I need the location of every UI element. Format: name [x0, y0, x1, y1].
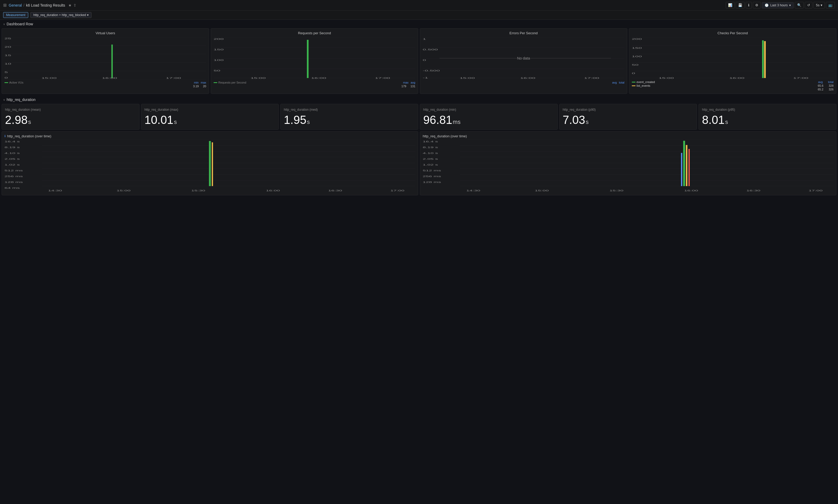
cps-svg: 200 150 100 50 0 15:00 16:00 17:00 — [632, 37, 834, 79]
stat-panel-p95: http_req_duration (p95) 8.01s — [698, 104, 836, 130]
svg-text:16:00: 16:00 — [729, 77, 745, 79]
stat-panel-p90: http_req_duration (p90) 7.03s — [559, 104, 697, 130]
svg-text:16:00: 16:00 — [311, 77, 326, 79]
bottom-left-header: ℹ http_req_duration (over time) — [4, 134, 415, 138]
refresh-dropdown-icon: ▾ — [821, 3, 822, 7]
event-created-total: 328 — [829, 84, 834, 87]
time-picker[interactable]: 🕐 Last 3 hours ▾ — [762, 2, 794, 8]
cps-total-col: total — [828, 80, 834, 84]
cps-avg-col: avg — [818, 80, 823, 84]
svg-text:128 ms: 128 ms — [4, 181, 23, 183]
time-dropdown-icon: ▾ — [789, 3, 791, 7]
measurement-value: http_req_duration + http_req_blocked — [33, 13, 86, 17]
measurement-selector[interactable]: http_req_duration + http_req_blocked ▾ — [30, 12, 91, 18]
rps-chart: 200 150 100 50 15:00 16:00 17:00 — [214, 37, 415, 79]
svg-text:1.02 s: 1.02 s — [4, 163, 20, 166]
zoom-out-button[interactable]: 🔍 — [795, 2, 804, 8]
svg-text:15:30: 15:30 — [609, 189, 623, 192]
rps-max-val: 179 — [401, 85, 406, 88]
stat-med-value: 1.95s — [284, 114, 415, 126]
active-vus-label: Active VUs — [9, 81, 23, 84]
virtual-users-footer: Active VUs min max — [4, 81, 206, 84]
svg-text:0: 0 — [423, 59, 426, 61]
svg-text:16:00: 16:00 — [102, 77, 117, 79]
time-label: Last 3 hours — [770, 3, 788, 7]
bottom-right-chart: 16.4 s 8.19 s 4.10 s 2.05 s 1.02 s 512 m… — [423, 140, 834, 193]
bottom-right-header: http_req_duration (over time) — [423, 134, 834, 138]
svg-text:15: 15 — [4, 54, 11, 57]
header: ⊞ General / k6 Load Testing Results ★ ⇪ … — [0, 0, 838, 11]
time-icon: 🕐 — [765, 3, 769, 7]
event-created-avg: 65.6 — [818, 84, 823, 87]
virtual-users-title: Virtual Users — [4, 31, 206, 35]
svg-text:17:00: 17:00 — [793, 77, 808, 79]
dashboard-row-label: Dashboard Row — [6, 22, 33, 26]
svg-text:16:30: 16:30 — [747, 189, 761, 192]
event-created-values: 65.6 328 — [818, 84, 834, 87]
svg-text:-0.500: -0.500 — [423, 69, 440, 72]
measurement-dropdown-icon: ▾ — [87, 13, 89, 17]
svg-text:0.500: 0.500 — [423, 48, 438, 51]
breadcrumb-general[interactable]: General — [9, 3, 22, 7]
svg-text:15:00: 15:00 — [535, 189, 549, 192]
svg-text:128 ms: 128 ms — [423, 181, 441, 183]
svg-text:17:00: 17:00 — [584, 77, 599, 79]
refresh-rate-button[interactable]: 5s ▾ — [814, 2, 825, 8]
svg-text:16.4 s: 16.4 s — [4, 140, 20, 143]
dashboard-row-header[interactable]: ∨ Dashboard Row — [0, 20, 838, 28]
dashboard-row-chevron: ∨ — [3, 23, 5, 25]
add-panel-button[interactable]: 📊 — [726, 2, 735, 8]
svg-text:4.10 s: 4.10 s — [423, 152, 438, 155]
list-events-label: list_events — [637, 84, 650, 87]
stat-mean-title: http_req_duration (mean) — [5, 108, 136, 111]
svg-text:64 ms: 64 ms — [4, 187, 20, 189]
svg-text:50: 50 — [632, 64, 639, 66]
rps-avg-val: 131 — [411, 85, 415, 88]
stat-max-value: 10.01s — [144, 114, 275, 126]
tv-mode-button[interactable]: 📺 — [826, 2, 835, 8]
rps-footer: Requests per Second max avg — [214, 81, 415, 84]
eps-footer: avg total — [423, 81, 624, 84]
svg-text:2.05 s: 2.05 s — [4, 158, 20, 160]
list-events-total: 326 — [829, 88, 834, 91]
vu-min-label: min — [194, 81, 199, 84]
stat-med-title: http_req_duration (med) — [284, 108, 415, 111]
header-icons: 📊 💾 ℹ ⚙ 🕐 Last 3 hours ▾ 🔍 ↺ 5s ▾ 📺 — [726, 2, 835, 8]
svg-text:100: 100 — [632, 55, 642, 58]
svg-text:4.10 s: 4.10 s — [4, 152, 20, 155]
cps-values: avg total 65.6 328 65.2 326 — [818, 80, 834, 91]
event-created-dot — [632, 82, 636, 83]
refresh-button[interactable]: ↺ — [805, 2, 813, 8]
rps-values: max avg — [403, 81, 415, 84]
bottom-right-title: http_req_duration (over time) — [423, 134, 467, 138]
svg-text:17:00: 17:00 — [391, 189, 405, 192]
http-req-duration-header[interactable]: ∨ http_req_duration — [0, 95, 838, 104]
bottom-left-chart: 16.4 s 8.19 s 4.10 s 2.05 s 1.02 s 512 m… — [4, 140, 415, 193]
svg-text:50: 50 — [214, 69, 220, 72]
list-events-legend: list_events — [632, 84, 655, 87]
svg-text:8.19 s: 8.19 s — [423, 146, 438, 149]
svg-text:256 ms: 256 ms — [4, 175, 23, 178]
eps-chart: 1 0.500 0 -0.500 -1 15:00 16:00 17:00 No… — [423, 37, 624, 79]
info-button[interactable]: ℹ — [746, 2, 752, 8]
active-vus-dot — [4, 82, 8, 83]
list-events-avg: 65.2 — [818, 88, 823, 91]
save-button[interactable]: 💾 — [736, 2, 745, 8]
top-panel-grid: Virtual Users 25 20 15 10 5 0 15: — [0, 28, 838, 95]
cps-col-headers: avg total — [818, 80, 834, 84]
no-data-text: No data — [517, 56, 530, 60]
stat-min-title: http_req_duration (min) — [423, 108, 554, 111]
star-icon[interactable]: ★ — [68, 3, 72, 7]
svg-text:25: 25 — [4, 37, 11, 40]
sub-header: Measurement http_req_duration + http_req… — [0, 11, 838, 20]
svg-text:512 ms: 512 ms — [423, 169, 441, 172]
info-icon-left: ℹ — [4, 134, 5, 138]
svg-text:256 ms: 256 ms — [423, 175, 441, 178]
svg-text:14:30: 14:30 — [48, 189, 62, 192]
settings-button[interactable]: ⚙ — [753, 2, 761, 8]
eps-avg-label: avg — [612, 81, 617, 84]
share-icon[interactable]: ⇪ — [73, 3, 76, 7]
stat-p90-title: http_req_duration (p90) — [563, 108, 694, 111]
bottom-right-panel: http_req_duration (over time) 16.4 s 8.1… — [420, 131, 836, 195]
cps-chart: 200 150 100 50 0 15:00 16:00 17:00 — [632, 37, 834, 79]
